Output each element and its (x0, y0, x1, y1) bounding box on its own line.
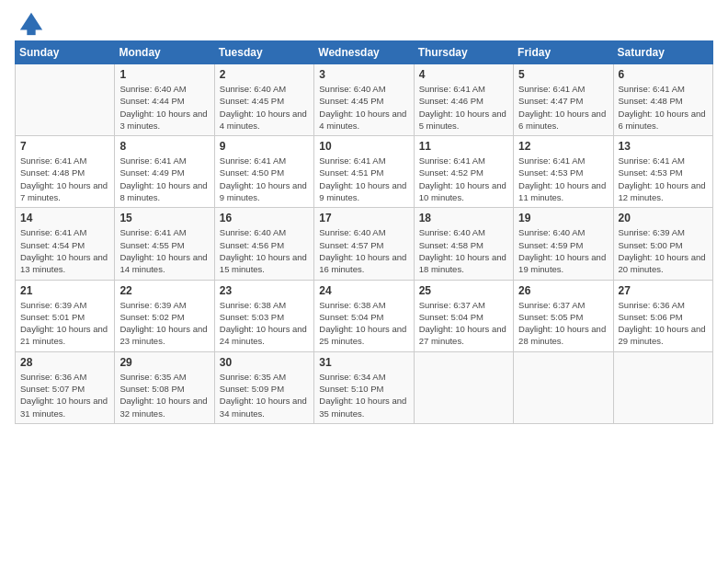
day-detail: Sunrise: 6:40 AMSunset: 4:45 PMDaylight:… (319, 83, 408, 132)
day-number: 9 (220, 140, 309, 153)
day-detail: Sunrise: 6:41 AMSunset: 4:51 PMDaylight:… (319, 155, 408, 203)
day-number: 12 (518, 140, 608, 153)
day-detail: Sunrise: 6:40 AMSunset: 4:58 PMDaylight:… (419, 226, 508, 275)
calendar-cell-week5-day2: 30Sunrise: 6:35 AMSunset: 5:09 PMDayligh… (214, 351, 313, 423)
day-number: 11 (419, 140, 508, 153)
day-detail: Sunrise: 6:41 AMSunset: 4:55 PMDaylight:… (119, 226, 209, 275)
day-detail: Sunrise: 6:41 AMSunset: 4:50 PMDaylight:… (220, 155, 309, 203)
calendar-cell-week4-day5: 26Sunrise: 6:37 AMSunset: 5:05 PMDayligh… (514, 280, 613, 351)
day-detail: Sunrise: 6:40 AMSunset: 4:45 PMDaylight:… (220, 83, 309, 132)
day-number: 25 (419, 284, 508, 297)
day-detail: Sunrise: 6:38 AMSunset: 5:03 PMDaylight:… (220, 299, 309, 348)
day-detail: Sunrise: 6:38 AMSunset: 5:04 PMDaylight:… (319, 299, 408, 348)
calendar-cell-week5-day0: 28Sunrise: 6:36 AMSunset: 5:07 PMDayligh… (16, 351, 115, 423)
day-detail: Sunrise: 6:39 AMSunset: 5:00 PMDaylight:… (619, 226, 708, 275)
calendar-cell-week5-day6 (613, 351, 712, 423)
day-detail: Sunrise: 6:41 AMSunset: 4:49 PMDaylight:… (119, 155, 209, 203)
day-number: 15 (119, 212, 209, 224)
calendar-cell-week3-day0: 14Sunrise: 6:41 AMSunset: 4:54 PMDayligh… (16, 208, 115, 280)
day-detail: Sunrise: 6:34 AMSunset: 5:10 PMDaylight:… (319, 371, 408, 419)
calendar-cell-week2-day1: 8Sunrise: 6:41 AMSunset: 4:49 PMDaylight… (115, 136, 214, 208)
weekday-header-monday: Monday (115, 41, 214, 64)
calendar-cell-week2-day5: 12Sunrise: 6:41 AMSunset: 4:53 PMDayligh… (514, 136, 613, 208)
weekday-header-sunday: Sunday (16, 41, 115, 64)
svg-marker-0 (20, 13, 42, 30)
header (15, 11, 713, 37)
calendar-cell-week1-day2: 2Sunrise: 6:40 AMSunset: 4:45 PMDaylight… (214, 64, 313, 136)
day-detail: Sunrise: 6:35 AMSunset: 5:08 PMDaylight:… (119, 371, 209, 419)
calendar-cell-week4-day1: 22Sunrise: 6:39 AMSunset: 5:02 PMDayligh… (115, 280, 214, 351)
weekday-header-row: SundayMondayTuesdayWednesdayThursdayFrid… (16, 41, 713, 64)
day-detail: Sunrise: 6:41 AMSunset: 4:46 PMDaylight:… (419, 83, 508, 132)
calendar-cell-week4-day3: 24Sunrise: 6:38 AMSunset: 5:04 PMDayligh… (314, 280, 414, 351)
calendar-cell-week4-day6: 27Sunrise: 6:36 AMSunset: 5:06 PMDayligh… (613, 280, 712, 351)
calendar-week-row-2: 7Sunrise: 6:41 AMSunset: 4:48 PMDaylight… (16, 136, 713, 208)
day-number: 2 (220, 68, 309, 81)
calendar-cell-week5-day4 (414, 351, 513, 423)
calendar-cell-week1-day3: 3Sunrise: 6:40 AMSunset: 4:45 PMDaylight… (314, 64, 414, 136)
weekday-header-wednesday: Wednesday (314, 41, 414, 64)
calendar-week-row-1: 1Sunrise: 6:40 AMSunset: 4:44 PMDaylight… (16, 64, 713, 136)
day-detail: Sunrise: 6:40 AMSunset: 4:57 PMDaylight:… (319, 226, 408, 275)
calendar-cell-week2-day3: 10Sunrise: 6:41 AMSunset: 4:51 PMDayligh… (314, 136, 414, 208)
day-number: 13 (619, 140, 708, 153)
calendar-cell-week3-day6: 20Sunrise: 6:39 AMSunset: 5:00 PMDayligh… (613, 208, 712, 280)
calendar-cell-week1-day4: 4Sunrise: 6:41 AMSunset: 4:46 PMDaylight… (414, 64, 513, 136)
day-number: 17 (319, 212, 408, 224)
day-detail: Sunrise: 6:39 AMSunset: 5:01 PMDaylight:… (20, 299, 109, 348)
day-number: 1 (119, 68, 209, 81)
day-number: 4 (419, 68, 508, 81)
day-number: 3 (319, 68, 408, 81)
calendar-cell-week1-day1: 1Sunrise: 6:40 AMSunset: 4:44 PMDaylight… (115, 64, 214, 136)
day-number: 31 (319, 356, 408, 369)
weekday-header-friday: Friday (514, 41, 613, 64)
weekday-header-thursday: Thursday (414, 41, 513, 64)
calendar-cell-week3-day1: 15Sunrise: 6:41 AMSunset: 4:55 PMDayligh… (115, 208, 214, 280)
day-number: 6 (619, 68, 708, 81)
day-number: 5 (518, 68, 608, 81)
day-number: 24 (319, 284, 408, 297)
day-detail: Sunrise: 6:41 AMSunset: 4:53 PMDaylight:… (518, 155, 608, 203)
day-detail: Sunrise: 6:41 AMSunset: 4:47 PMDaylight:… (518, 83, 608, 132)
day-number: 23 (220, 284, 309, 297)
day-number: 16 (220, 212, 309, 224)
day-number: 14 (20, 212, 109, 224)
day-number: 21 (20, 284, 109, 297)
calendar-cell-week1-day5: 5Sunrise: 6:41 AMSunset: 4:47 PMDaylight… (514, 64, 613, 136)
day-detail: Sunrise: 6:41 AMSunset: 4:53 PMDaylight:… (619, 155, 708, 203)
calendar-cell-week2-day6: 13Sunrise: 6:41 AMSunset: 4:53 PMDayligh… (613, 136, 712, 208)
day-detail: Sunrise: 6:41 AMSunset: 4:54 PMDaylight:… (20, 226, 109, 275)
day-number: 19 (518, 212, 608, 224)
calendar-cell-week4-day4: 25Sunrise: 6:37 AMSunset: 5:04 PMDayligh… (414, 280, 513, 351)
day-number: 20 (619, 212, 708, 224)
calendar-cell-week2-day0: 7Sunrise: 6:41 AMSunset: 4:48 PMDaylight… (16, 136, 115, 208)
day-detail: Sunrise: 6:35 AMSunset: 5:09 PMDaylight:… (220, 371, 309, 419)
calendar-week-row-5: 28Sunrise: 6:36 AMSunset: 5:07 PMDayligh… (16, 351, 713, 423)
calendar-week-row-3: 14Sunrise: 6:41 AMSunset: 4:54 PMDayligh… (16, 208, 713, 280)
calendar-cell-week3-day3: 17Sunrise: 6:40 AMSunset: 4:57 PMDayligh… (314, 208, 414, 280)
day-detail: Sunrise: 6:37 AMSunset: 5:05 PMDaylight:… (518, 299, 608, 348)
logo-icon (18, 11, 44, 37)
calendar-cell-week2-day4: 11Sunrise: 6:41 AMSunset: 4:52 PMDayligh… (414, 136, 513, 208)
day-number: 18 (419, 212, 508, 224)
day-number: 28 (20, 356, 109, 369)
day-detail: Sunrise: 6:41 AMSunset: 4:52 PMDaylight:… (419, 155, 508, 203)
logo (15, 11, 44, 37)
calendar-table: SundayMondayTuesdayWednesdayThursdayFrid… (15, 40, 713, 424)
calendar-cell-week4-day0: 21Sunrise: 6:39 AMSunset: 5:01 PMDayligh… (16, 280, 115, 351)
calendar-cell-week3-day4: 18Sunrise: 6:40 AMSunset: 4:58 PMDayligh… (414, 208, 513, 280)
weekday-header-tuesday: Tuesday (214, 41, 313, 64)
day-detail: Sunrise: 6:39 AMSunset: 5:02 PMDaylight:… (119, 299, 209, 348)
day-detail: Sunrise: 6:40 AMSunset: 4:44 PMDaylight:… (119, 83, 209, 132)
day-number: 8 (119, 140, 209, 153)
calendar-cell-week1-day6: 6Sunrise: 6:41 AMSunset: 4:48 PMDaylight… (613, 64, 712, 136)
calendar-week-row-4: 21Sunrise: 6:39 AMSunset: 5:01 PMDayligh… (16, 280, 713, 351)
day-number: 7 (20, 140, 109, 153)
weekday-header-saturday: Saturday (613, 41, 712, 64)
calendar-cell-week1-day0 (16, 64, 115, 136)
day-detail: Sunrise: 6:40 AMSunset: 4:56 PMDaylight:… (220, 226, 309, 275)
calendar-cell-week3-day2: 16Sunrise: 6:40 AMSunset: 4:56 PMDayligh… (214, 208, 313, 280)
day-number: 22 (119, 284, 209, 297)
day-detail: Sunrise: 6:41 AMSunset: 4:48 PMDaylight:… (20, 155, 109, 203)
day-detail: Sunrise: 6:40 AMSunset: 4:59 PMDaylight:… (518, 226, 608, 275)
